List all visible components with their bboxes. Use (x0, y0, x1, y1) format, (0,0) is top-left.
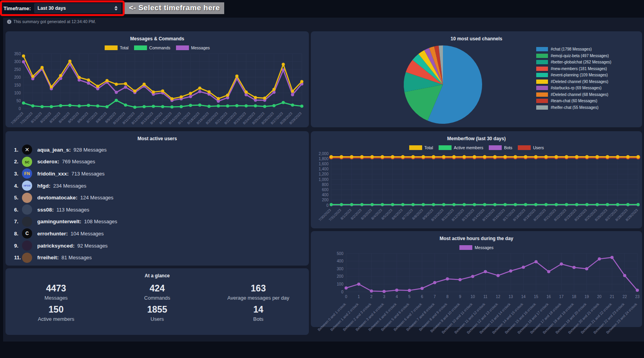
svg-text:600: 600 (322, 188, 328, 192)
legend-swatch (536, 99, 548, 103)
avatar (22, 253, 32, 263)
svg-text:0: 0 (18, 107, 21, 111)
user-rank: 2. (14, 159, 22, 165)
stat-label: Messages (5, 295, 107, 301)
user-row: 8.Cerrorhunter:104 Messages (5, 228, 309, 240)
legend-item[interactable]: #team-chat (60 Messages) (536, 99, 634, 103)
user-message-count: 81 Messages (62, 255, 92, 260)
generated-info: i This summary got generated at 12:34:40… (7, 19, 96, 24)
chart-title: Memberflow (last 30 days) (311, 136, 642, 141)
stat-value: 14 (208, 304, 309, 315)
legend-item[interactable]: Bots (489, 145, 512, 150)
svg-text:400: 400 (322, 193, 328, 197)
svg-text:200: 200 (322, 198, 328, 202)
svg-text:14: 14 (521, 295, 526, 299)
stat-value: 4473 (5, 283, 107, 293)
user-rank: 5. (14, 195, 22, 201)
svg-text:22: 22 (622, 295, 627, 299)
user-message-count: 769 Messages (62, 159, 95, 165)
chart-title: 10 most used channels (311, 36, 642, 42)
stat-label: Bots (208, 316, 309, 322)
svg-text:5: 5 (408, 295, 411, 299)
legend-item[interactable]: #event-planning (109 Messages) (536, 73, 634, 77)
svg-text:50: 50 (16, 99, 21, 103)
legend-item[interactable]: Messages (459, 245, 493, 250)
svg-text:17: 17 (559, 295, 564, 299)
svg-text:1: 1 (358, 295, 360, 299)
svg-text:1,400: 1,400 (319, 167, 328, 171)
timeframe-selected-value: Last 30 days (38, 5, 66, 11)
legend-item[interactable]: Total (105, 45, 129, 50)
svg-text:350: 350 (14, 52, 21, 56)
stat-value: 424 (107, 283, 208, 293)
legend-swatch (536, 92, 548, 97)
svg-text:16: 16 (546, 295, 551, 299)
legend-item[interactable]: #starbucks-rp (69 Messages) (536, 86, 634, 90)
user-rank: 3. (14, 171, 22, 177)
svg-text:4: 4 (395, 295, 398, 299)
user-name: aqua_jean_s: (37, 147, 71, 153)
legend-label: #team-chat (60 Messages) (551, 99, 597, 103)
user-rank: 9. (14, 243, 22, 249)
timeframe-select[interactable]: Last 30 days (34, 3, 121, 13)
legend-item[interactable]: Commands (134, 45, 171, 50)
svg-text:1,000: 1,000 (319, 177, 328, 182)
user-rank: 8. (14, 231, 22, 237)
svg-text:800: 800 (322, 183, 328, 187)
legend-item[interactable]: #better-globalchat (262 Messages) (536, 60, 634, 64)
avatar: FN (22, 168, 32, 179)
legend-swatch (459, 245, 472, 250)
avatar (22, 193, 32, 203)
topbar: Timeframe: Last 30 days <- Select timefr… (0, 0, 644, 18)
legend-item[interactable]: #Deleted channel (68 Messages) (536, 92, 634, 97)
legend-item[interactable]: #Deleted channel (90 Messages) (536, 80, 634, 84)
legend-item[interactable]: #new-members (181 Messages) (536, 67, 634, 71)
user-name: gamingunterwelt: (37, 219, 82, 224)
avatar (22, 217, 32, 227)
legend-label: #event-planning (109 Messages) (551, 73, 608, 77)
stat-value: 163 (208, 283, 309, 293)
legend-swatch (536, 60, 548, 64)
info-icon: i (7, 20, 11, 24)
svg-text:23: 23 (635, 295, 640, 299)
svg-text:20: 20 (597, 295, 602, 299)
svg-text:0: 0 (341, 290, 343, 294)
user-row: 1.✕aqua_jean_s:928 Messages (5, 144, 309, 156)
legend-item[interactable]: Users (518, 145, 544, 150)
user-name: frreiheit: (37, 255, 59, 260)
stat-label: Commands (107, 295, 208, 301)
legend-item[interactable]: Messages (176, 45, 210, 50)
svg-text:9: 9 (459, 295, 461, 299)
active-users-list: 1.✕aqua_jean_s:928 Messages2.scscderox:7… (5, 144, 309, 264)
user-row: 3.FNfridolin_xxx:713 Messages (5, 168, 309, 180)
legend-label: #Deleted channel (68 Messages) (551, 92, 608, 97)
legend-item[interactable]: #emoji-quiz-beta (497 Messages) (536, 54, 634, 58)
svg-text:1,600: 1,600 (319, 162, 328, 166)
svg-text:150: 150 (14, 83, 21, 87)
svg-text:15: 15 (534, 295, 539, 299)
legend-item[interactable]: Active members (439, 145, 483, 150)
legend-label: #starbucks-rp (69 Messages) (551, 86, 602, 90)
svg-text:500: 500 (337, 251, 343, 256)
user-name: devtomatocake: (37, 195, 78, 201)
legend-item[interactable]: #chat (1798 Messages) (536, 47, 634, 51)
user-name: hfgd: (37, 183, 51, 189)
panel-most-active-hours: Most active hours during the day Message… (311, 231, 642, 327)
select-timeframe-callout: <- Select timeframe here (125, 2, 224, 14)
user-rank: 6. (14, 207, 22, 213)
active-hours-line-chart[interactable]: 0100200300400500012345678910111213141516… (311, 251, 642, 327)
glance-stats-grid: 4473Messages424Commands163Average messag… (5, 283, 309, 322)
channels-pie-chart[interactable] (404, 45, 482, 124)
panel-messages-commands: Messages & Commands TotalCommandsMessage… (5, 31, 309, 127)
messages-commands-line-chart[interactable]: 0501001502002503003507/30/20237/31/20238… (6, 51, 308, 126)
svg-text:200: 200 (14, 75, 21, 80)
user-message-count: 713 Messages (71, 171, 105, 177)
memberflow-line-chart[interactable]: 02004006008001,0001,2001,4001,6001,8002,… (311, 151, 642, 226)
stat-label: Average messages per day (208, 295, 309, 301)
svg-text:11: 11 (483, 295, 488, 299)
legend-item[interactable]: Total (409, 145, 433, 150)
legend-swatch (536, 47, 548, 51)
legend-swatch (409, 145, 422, 150)
chart-legend: TotalCommandsMessages (5, 45, 309, 51)
legend-item[interactable]: #helfer-chat (55 Messages) (536, 105, 634, 110)
